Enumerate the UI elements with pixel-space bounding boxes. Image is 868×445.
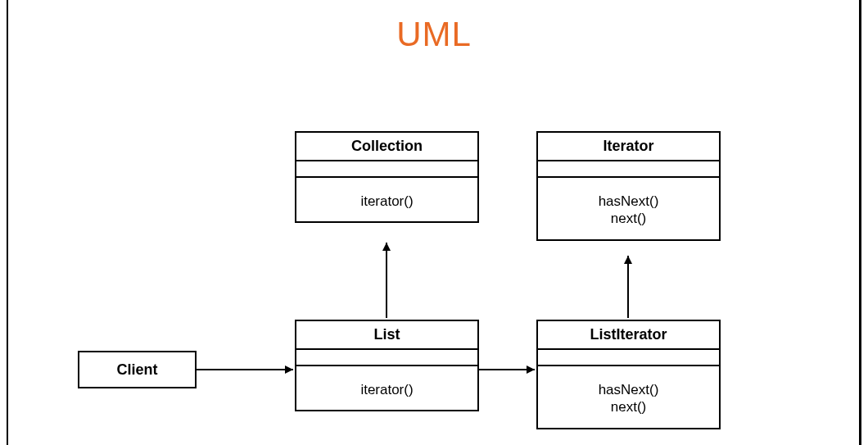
op: iterator() bbox=[300, 193, 474, 210]
class-collection-attrs bbox=[296, 161, 477, 178]
class-collection: Collection iterator() bbox=[295, 131, 479, 223]
class-client: Client bbox=[78, 351, 197, 388]
class-iterator-ops: hasNext() next() bbox=[538, 178, 719, 239]
op: iterator() bbox=[300, 381, 474, 398]
diagram-title: UML bbox=[0, 15, 868, 54]
class-iterator-name: Iterator bbox=[538, 133, 719, 161]
class-listiterator: ListIterator hasNext() next() bbox=[536, 320, 721, 429]
class-list-name: List bbox=[296, 321, 477, 350]
op: next() bbox=[541, 210, 716, 227]
class-iterator: Iterator hasNext() next() bbox=[536, 131, 721, 241]
class-list: List iterator() bbox=[295, 320, 479, 411]
op: next() bbox=[541, 398, 716, 415]
class-client-name: Client bbox=[116, 361, 157, 379]
op: hasNext() bbox=[541, 381, 716, 398]
class-listiterator-ops: hasNext() next() bbox=[538, 366, 719, 428]
class-list-ops: iterator() bbox=[296, 366, 477, 410]
class-list-attrs bbox=[296, 350, 477, 366]
class-listiterator-name: ListIterator bbox=[538, 321, 719, 350]
class-iterator-attrs bbox=[538, 161, 719, 178]
op: hasNext() bbox=[541, 193, 716, 210]
class-listiterator-attrs bbox=[538, 350, 719, 366]
class-collection-ops: iterator() bbox=[296, 178, 477, 221]
class-collection-name: Collection bbox=[296, 133, 477, 161]
